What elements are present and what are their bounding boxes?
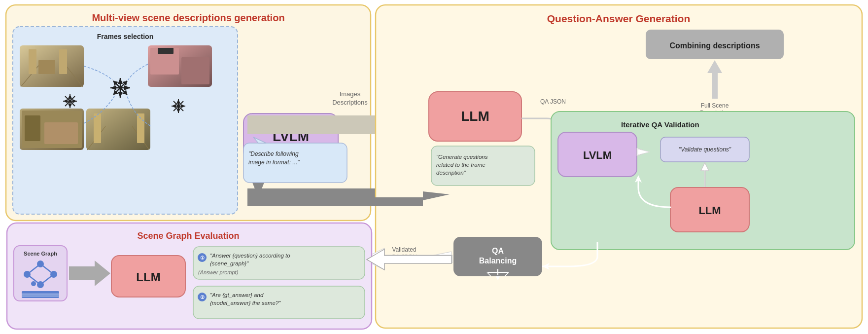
scene-graph-svg	[21, 262, 48, 282]
iterative-qa-box: Iterative QA Validation LVLM "Validate q…	[521, 83, 853, 290]
left-half: Multi-view scene descriptions generation…	[6, 6, 371, 328]
multiview-title: Multi-view scene descriptions generation	[15, 13, 362, 23]
svg-marker-55	[573, 300, 592, 313]
llm-box-sg-eval: LLM	[86, 261, 128, 286]
svg-marker-41	[221, 108, 224, 111]
qa-balancing-box: QA Balancing ⚖	[596, 293, 659, 320]
frames-selection-box: Frames selection	[15, 27, 362, 158]
svg-rect-19	[208, 110, 215, 135]
svg-rect-6	[108, 73, 126, 85]
images-desc-label: Images Descriptions	[542, 28, 595, 36]
full-scene-desc-label: Full SceneDescription	[791, 66, 818, 80]
frames-selection-title: Frames selection	[22, 33, 355, 40]
svg-rect-9	[260, 73, 282, 93]
up-arrow-icon	[16, 162, 35, 191]
svg-marker-24	[181, 81, 185, 85]
svg-marker-33	[156, 108, 159, 111]
right-half: Question-Answer Generation Images Descri…	[377, 6, 862, 328]
sg-eval-title: Scene Graph Evaluation	[15, 211, 362, 222]
sg-eval-prompts: ①"Answer {question} according to {scene_…	[133, 256, 362, 291]
svg-marker-25	[181, 91, 185, 95]
images-desc-arrow	[385, 37, 752, 56]
generate-bubble: "Generate questions related to the frame…	[385, 121, 494, 142]
svg-line-50	[35, 266, 43, 272]
qa-json-label: QA JSON	[385, 83, 494, 89]
sg-eval-arrow	[59, 265, 81, 282]
frames-svg	[85, 48, 292, 147]
svg-marker-27	[186, 86, 190, 90]
svg-marker-54	[593, 116, 608, 126]
scene-graph-label: Scene Graph	[18, 255, 51, 260]
svg-marker-40	[221, 99, 224, 103]
down-arrow-combining	[799, 48, 811, 64]
svg-marker-34	[152, 104, 155, 107]
prompt-number-2: ②	[138, 279, 146, 287]
svg-marker-43	[225, 104, 229, 107]
iterative-qa-title: Iterative QA Validation	[528, 89, 846, 96]
main-page: Multi-view scene descriptions generation…	[0, 0, 868, 334]
sg-prompt-1: ①"Answer {question} according to {scene_…	[133, 256, 362, 272]
table-icon	[24, 284, 45, 292]
svg-marker-44	[16, 162, 35, 191]
svg-marker-32	[156, 99, 159, 103]
svg-rect-4	[99, 63, 107, 83]
sg-prompt-2: ②"Are {gt_answer} and {model_answer} the…	[133, 275, 362, 291]
svg-rect-14	[114, 117, 144, 135]
lvlm-iterative: LVLM	[528, 100, 568, 122]
llm-box-qa-gen: LLM	[385, 92, 494, 118]
scene-graph-icon-container: Scene Graph	[15, 254, 54, 293]
llm-iterative: LLM	[634, 100, 668, 122]
svg-rect-5	[129, 63, 138, 83]
validated-qa-label: Validated QA JSON	[521, 303, 569, 309]
svg-marker-53	[799, 48, 811, 64]
svg-marker-26	[176, 86, 180, 90]
svg-rect-10	[238, 61, 252, 66]
qa-bottom-row: Validated QA JSON QA Balancing ⚖	[521, 293, 853, 320]
sg-eval-inner: Scene Graph	[15, 225, 362, 321]
right-arrow-iterative	[593, 116, 608, 126]
balance-icon: ⚖	[605, 304, 650, 316]
svg-rect-18	[169, 110, 176, 135]
svg-line-49	[26, 266, 35, 272]
svg-line-51	[35, 272, 43, 278]
lvlm-box-left: LVLM	[41, 162, 96, 191]
svg-rect-13	[95, 112, 109, 132]
prompt-number-1: ①	[138, 260, 146, 268]
multiview-box: Multi-view scene descriptions generation…	[6, 6, 371, 198]
scene-graph-eval-box: Scene Graph Evaluation Scene Graph	[6, 204, 371, 328]
left-arrow-qa-balancing	[573, 300, 592, 313]
svg-line-52	[26, 272, 35, 278]
qa-gen-title: Question-Answer Generation	[385, 14, 853, 24]
validate-bubble: "Validate questions"	[572, 100, 630, 113]
describe-bubble: "Describe following image in format: ...…	[101, 169, 362, 184]
combining-desc-box: Combining descriptions	[757, 28, 853, 46]
